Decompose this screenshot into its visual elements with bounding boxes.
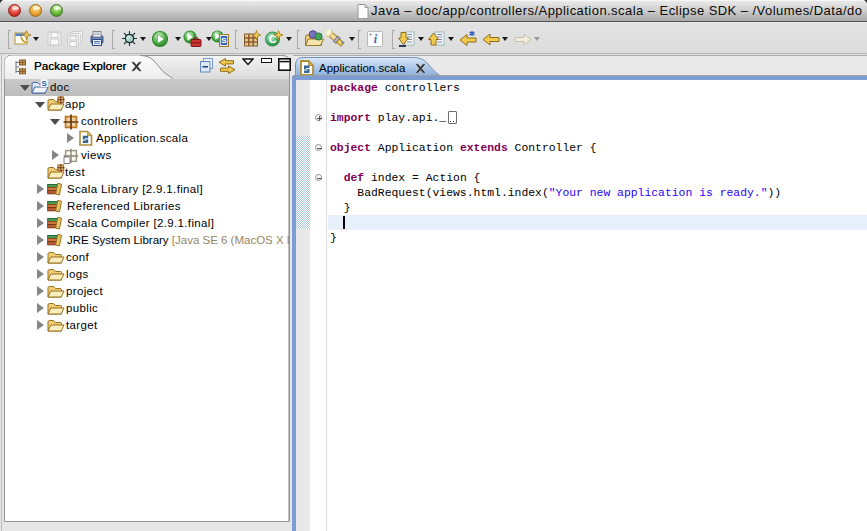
- svg-text:S: S: [42, 79, 48, 88]
- svg-text:S: S: [221, 36, 227, 45]
